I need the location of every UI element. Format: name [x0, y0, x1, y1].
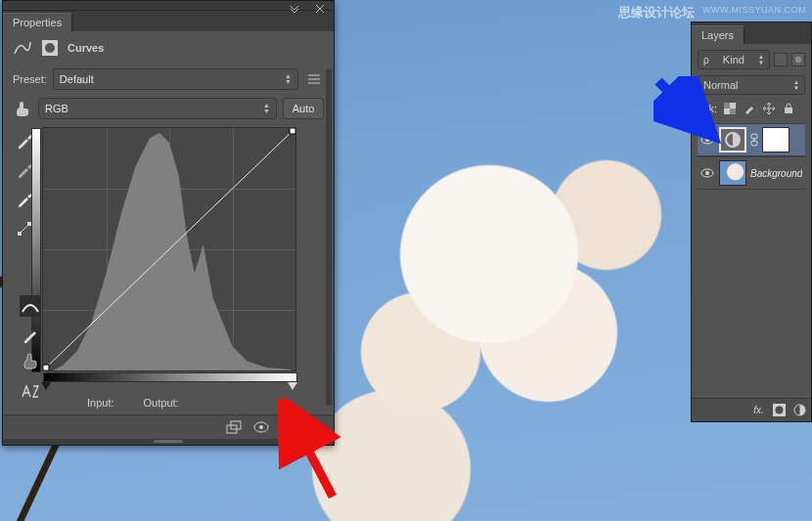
white-point-slider[interactable] [288, 382, 297, 390]
finger-icon[interactable] [13, 100, 32, 117]
curve-smooth-tools [18, 344, 43, 407]
svg-line-4 [20, 224, 29, 234]
svg-rect-14 [730, 109, 736, 114]
layer-filter-value: Kind [723, 54, 744, 65]
layer-thumb-mask [762, 127, 789, 152]
reset-icon[interactable] [279, 419, 298, 435]
mask-icon[interactable] [40, 39, 60, 57]
visibility-icon[interactable] [699, 132, 715, 148]
channel-select[interactable]: RGB ▲▼ [38, 98, 277, 119]
curves-graph[interactable] [42, 127, 296, 371]
svg-point-17 [705, 138, 709, 142]
layer-name: Background [750, 168, 802, 179]
panel-gripper[interactable] [3, 1, 334, 11]
svg-point-11 [259, 425, 263, 429]
lock-move-icon[interactable] [761, 101, 776, 115]
filter-adjust-icon[interactable] [791, 53, 805, 66]
view-previous-icon[interactable] [251, 419, 271, 435]
clip-to-layer-icon[interactable] [224, 419, 244, 435]
text-annotation-icon[interactable] [20, 379, 41, 401]
curve-line [43, 128, 295, 370]
scrollbar[interactable] [326, 69, 332, 406]
watermark-text: 思缘设计论坛 [618, 4, 695, 22]
svg-rect-7 [290, 128, 295, 134]
auto-button[interactable]: Auto [283, 98, 324, 119]
visibility-icon[interactable] [699, 165, 715, 181]
chevron-updown-icon: ▲▼ [793, 79, 799, 91]
watermark-url: WWW.MISSYUAN.COM [702, 5, 806, 15]
channel-value: RGB [45, 103, 68, 114]
lock-brush-icon[interactable] [742, 101, 756, 115]
layer-background[interactable]: Background [698, 156, 805, 190]
add-adjustment-icon[interactable] [792, 403, 807, 417]
preset-label: Preset: [13, 73, 47, 85]
chevron-updown-icon: ▲▼ [758, 54, 764, 65]
panel-resize-grip[interactable] [3, 439, 334, 445]
preset-value: Default [60, 73, 94, 85]
pencil-tool-icon[interactable] [20, 325, 41, 346]
close-icon[interactable] [310, 0, 330, 18]
svg-point-23 [705, 171, 709, 175]
curve-point-tool-icon[interactable] [20, 295, 41, 317]
svg-rect-13 [724, 103, 730, 109]
blend-mode-select[interactable]: Normal ▲▼ [698, 75, 805, 95]
preset-select[interactable]: Default ▲▼ [53, 68, 298, 90]
chevron-updown-icon: ▲▼ [285, 73, 292, 85]
layer-curves-adjustment[interactable] [698, 123, 805, 156]
tab-properties[interactable]: Properties [3, 13, 72, 31]
chevron-updown-icon: ▲▼ [263, 103, 270, 114]
layers-panel: Layers ρ Kind ▲▼ Normal ▲▼ ock: [691, 22, 812, 422]
adjustment-icon [13, 39, 32, 57]
panel-footer [3, 414, 334, 439]
lock-transparency-icon[interactable] [722, 101, 737, 115]
curve-draw-tools [18, 289, 43, 352]
layer-thumb-adjustment [719, 127, 746, 152]
filter-pixel-icon[interactable] [774, 53, 788, 66]
svg-rect-15 [785, 108, 792, 113]
trash-icon[interactable] [306, 419, 326, 435]
lock-label: ock: [698, 103, 717, 114]
fx-icon[interactable]: fx. [751, 403, 766, 417]
svg-point-25 [776, 407, 784, 414]
input-gradient [43, 372, 297, 382]
link-icon [750, 133, 758, 147]
preset-menu-icon[interactable] [304, 70, 324, 88]
tab-layers[interactable]: Layers [692, 25, 744, 44]
svg-line-5 [45, 130, 293, 369]
output-label: Output: [144, 397, 179, 409]
hand-smooth-icon[interactable] [20, 350, 41, 371]
layer-thumb-image [719, 160, 746, 186]
properties-panel: Properties Curves Preset: Default ▲▼ [2, 0, 335, 446]
add-mask-icon[interactable] [772, 403, 787, 417]
collapse-icon[interactable] [285, 0, 304, 18]
lock-all-icon[interactable] [781, 101, 795, 115]
svg-point-1 [45, 43, 55, 53]
panel-title: Curves [68, 42, 104, 54]
layer-filter-select[interactable]: ρ Kind ▲▼ [698, 50, 770, 69]
layers-footer: fx. [692, 398, 811, 421]
input-label: Input: [87, 397, 114, 409]
svg-rect-6 [43, 365, 49, 370]
blend-mode-value: Normal [703, 79, 738, 91]
